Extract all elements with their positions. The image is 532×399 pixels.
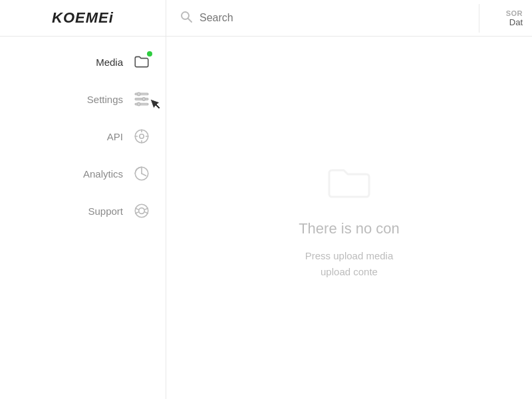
svg-point-12 <box>139 208 145 214</box>
sidebar-item-label-support: Support <box>70 205 123 217</box>
empty-desc-line2: upload conte <box>321 266 378 277</box>
sort-value: Dat <box>509 17 523 27</box>
sidebar-item-label-media: Media <box>70 57 123 68</box>
svg-rect-3 <box>135 98 148 100</box>
svg-line-15 <box>144 208 148 209</box>
empty-desc-line1: Press upload media <box>305 250 394 261</box>
media-badge <box>146 50 154 58</box>
search-input[interactable] <box>200 12 466 24</box>
content-area: There is no con Press upload media uploa… <box>166 37 532 399</box>
sidebar: Media Settings <box>0 37 166 399</box>
api-icon <box>131 126 152 147</box>
main-layout: Media Settings <box>0 37 532 399</box>
sidebar-item-support[interactable]: Support <box>0 192 166 229</box>
analytics-icon <box>131 163 152 184</box>
svg-point-7 <box>138 102 140 105</box>
svg-line-13 <box>136 208 139 209</box>
empty-description: Press upload media upload conte <box>305 248 394 280</box>
sidebar-item-analytics[interactable]: Analytics <box>0 155 166 192</box>
sidebar-item-label-analytics: Analytics <box>70 168 123 180</box>
search-icon <box>180 10 193 27</box>
svg-line-1 <box>188 19 192 22</box>
sidebar-item-media[interactable]: Media <box>0 43 166 80</box>
logo-area: KOEMEi <box>0 0 166 37</box>
svg-point-6 <box>142 98 145 100</box>
search-area <box>166 10 479 27</box>
sidebar-item-label-api: API <box>70 131 123 142</box>
logo: KOEMEi <box>52 9 114 27</box>
svg-point-11 <box>135 204 148 217</box>
empty-title: There is no con <box>299 220 400 237</box>
folder-icon <box>131 51 152 72</box>
sidebar-item-label-settings: Settings <box>70 94 123 105</box>
topbar: KOEMEi SOR Dat <box>0 0 532 37</box>
svg-point-9 <box>140 134 144 139</box>
settings-icon <box>131 88 152 110</box>
svg-line-14 <box>136 212 139 213</box>
sidebar-item-api[interactable]: API <box>0 118 166 155</box>
sort-area[interactable]: SOR Dat <box>479 4 532 33</box>
support-icon <box>131 200 152 221</box>
svg-line-16 <box>144 212 148 213</box>
sort-label: SOR <box>506 9 523 17</box>
empty-folder-icon <box>323 156 376 209</box>
sidebar-item-settings[interactable]: Settings <box>0 80 166 118</box>
svg-point-5 <box>138 92 140 95</box>
